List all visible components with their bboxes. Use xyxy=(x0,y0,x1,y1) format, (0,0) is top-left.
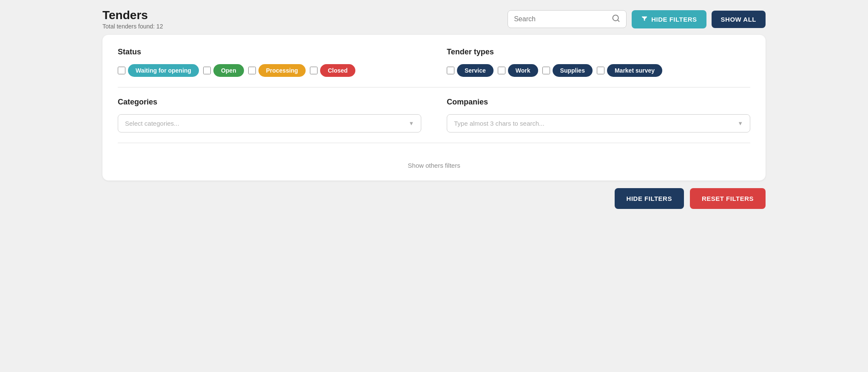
tender-types-title: Tender types xyxy=(447,48,750,56)
tag-item-waiting: Waiting for opening xyxy=(118,64,199,77)
svg-line-1 xyxy=(618,20,619,22)
filter-panel: Status Waiting for opening Open Processi… xyxy=(102,35,766,180)
filter-top-columns: Status Waiting for opening Open Processi… xyxy=(118,48,750,77)
filter-divider-2 xyxy=(118,143,750,143)
hide-filters-button-top[interactable]: HIDE FILTERS xyxy=(632,10,706,28)
checkbox-survey[interactable] xyxy=(597,67,604,74)
tag-item-service: Service xyxy=(447,64,494,77)
header-row: Tenders Total tenders found: 12 HIDE FIL… xyxy=(102,8,766,30)
companies-placeholder: Type almost 3 chars to search... xyxy=(454,120,545,127)
page-title: Tenders xyxy=(102,8,163,22)
bottom-actions: HIDE FILTERS RESET FILTERS xyxy=(102,188,766,209)
show-all-button[interactable]: SHOW ALL xyxy=(712,11,766,28)
tag-badge-processing[interactable]: Processing xyxy=(258,64,306,77)
filter-icon-top xyxy=(641,15,648,23)
tag-item-work: Work xyxy=(498,64,538,77)
checkbox-waiting[interactable] xyxy=(118,67,125,74)
checkbox-processing[interactable] xyxy=(248,67,256,74)
header-actions: HIDE FILTERS SHOW ALL xyxy=(508,10,766,28)
checkbox-work[interactable] xyxy=(498,67,505,74)
companies-select[interactable]: Type almost 3 chars to search... ▼ xyxy=(447,114,750,132)
tender-types-tags-row: Service Work Supplies Market survey xyxy=(447,64,750,77)
tag-badge-closed[interactable]: Closed xyxy=(320,64,355,77)
categories-section: Categories Select categories... ▼ xyxy=(118,98,421,132)
title-block: Tenders Total tenders found: 12 xyxy=(102,8,163,30)
tag-badge-open[interactable]: Open xyxy=(213,64,244,77)
status-tags-row: Waiting for opening Open Processing Clos… xyxy=(118,64,421,77)
checkbox-open[interactable] xyxy=(203,67,211,74)
status-section: Status Waiting for opening Open Processi… xyxy=(118,48,421,77)
show-others-link[interactable]: Show others filters xyxy=(408,162,460,169)
reset-filters-label: RESET FILTERS xyxy=(702,195,754,202)
chevron-down-icon-categories: ▼ xyxy=(408,120,414,127)
status-title: Status xyxy=(118,48,421,56)
checkbox-service[interactable] xyxy=(447,67,454,74)
hide-filters-button-bottom[interactable]: HIDE FILTERS xyxy=(615,188,684,209)
tag-badge-waiting[interactable]: Waiting for opening xyxy=(128,64,199,77)
hide-filters-label-bottom: HIDE FILTERS xyxy=(627,195,672,202)
tag-badge-work[interactable]: Work xyxy=(508,64,538,77)
tag-item-closed: Closed xyxy=(310,64,355,77)
tag-item-supplies: Supplies xyxy=(542,64,593,77)
chevron-down-icon-companies: ▼ xyxy=(738,120,743,127)
tag-item-open: Open xyxy=(203,64,244,77)
search-box[interactable] xyxy=(508,10,627,28)
tag-badge-service[interactable]: Service xyxy=(457,64,494,77)
tag-badge-supplies[interactable]: Supplies xyxy=(553,64,593,77)
companies-title: Companies xyxy=(447,98,750,107)
checkbox-closed[interactable] xyxy=(310,67,318,74)
tender-types-section: Tender types Service Work Supplies xyxy=(447,48,750,77)
tag-item-processing: Processing xyxy=(248,64,306,77)
categories-select[interactable]: Select categories... ▼ xyxy=(118,114,421,132)
show-others-row: Show others filters xyxy=(118,153,750,172)
companies-section: Companies Type almost 3 chars to search.… xyxy=(447,98,750,132)
categories-title: Categories xyxy=(118,98,421,107)
search-input[interactable] xyxy=(514,15,608,23)
tag-item-survey: Market survey xyxy=(597,64,662,77)
categories-placeholder: Select categories... xyxy=(125,120,179,127)
filter-bottom-columns: Categories Select categories... ▼ Compan… xyxy=(118,98,750,132)
subtitle: Total tenders found: 12 xyxy=(102,23,163,30)
search-icon xyxy=(612,14,620,24)
tag-badge-survey[interactable]: Market survey xyxy=(607,64,662,77)
checkbox-supplies[interactable] xyxy=(542,67,550,74)
filter-divider-1 xyxy=(118,87,750,87)
reset-filters-button[interactable]: RESET FILTERS xyxy=(690,188,766,209)
show-all-label: SHOW ALL xyxy=(721,16,756,23)
hide-filters-label-top: HIDE FILTERS xyxy=(651,16,697,23)
